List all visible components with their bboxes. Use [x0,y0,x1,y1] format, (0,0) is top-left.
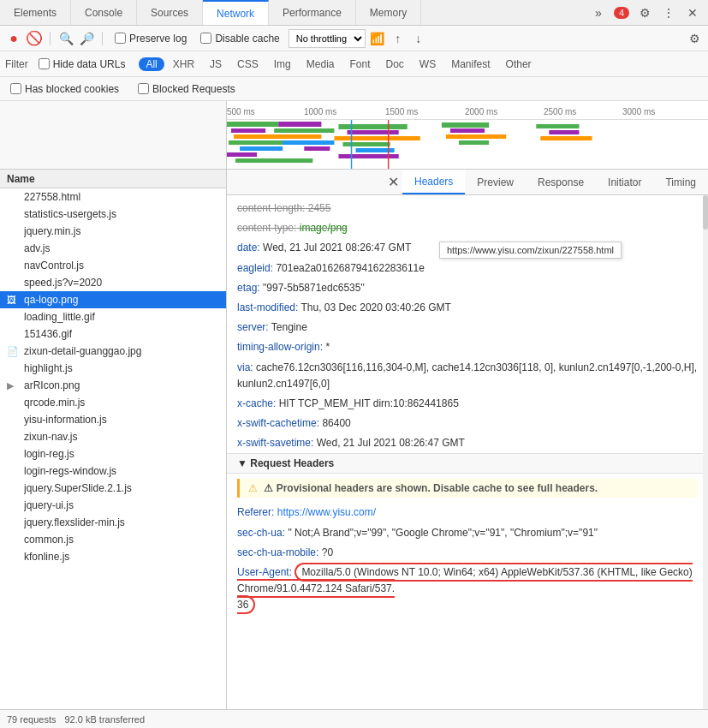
file-item[interactable]: zixun-nav.js [0,428,226,445]
filter-tag-other[interactable]: Other [499,57,538,71]
request-headers-section[interactable]: ▼ Request Headers [227,453,708,474]
file-item[interactable]: ▶arRIcon.png [0,377,226,394]
file-name-label: zixun-detail-guanggao.jpg [24,345,141,357]
network-settings-button[interactable]: ⚙ [686,30,703,47]
detail-scrollbar-track[interactable] [703,195,708,709]
filter-tag-js[interactable]: JS [203,57,229,71]
file-item[interactable]: 227558.html [0,188,226,206]
export-button[interactable]: ↓ [410,30,427,47]
file-item[interactable]: login-regs-window.js [0,462,226,480]
blocked-requests-checkbox[interactable] [138,83,149,94]
has-blocked-cookies-checkbox[interactable] [10,83,21,94]
detail-scrollbar-thumb[interactable] [703,195,708,230]
import-button[interactable]: ↑ [390,30,407,47]
hide-data-urls-label[interactable]: Hide data URLs [33,58,131,70]
file-name-label: kfonline.js [24,551,69,563]
file-type-icon: 🖼 [7,295,19,305]
file-item[interactable]: 151436.gif [0,325,226,343]
svg-rect-6 [235,158,312,163]
file-item[interactable]: loading_little.gif [0,308,226,325]
file-name-label: yisu-information.js [24,414,107,426]
file-item[interactable]: yisu-information.js [0,411,226,428]
tab-network[interactable]: Network [203,0,269,25]
detail-tab-response[interactable]: Response [526,170,596,194]
file-item[interactable]: 📄zixun-detail-guanggao.jpg [0,343,226,360]
disable-cache-checkbox[interactable] [200,33,211,44]
mark-2000: 2000 ms [465,107,497,116]
header-last-modified: last-modified: Thu, 03 Dec 2020 03:40:26… [227,298,708,318]
timeline-right: 500 ms 1000 ms 1500 ms 2000 ms 2500 ms 3… [227,101,708,169]
file-item[interactable]: login-reg.js [0,445,226,462]
filter-button[interactable]: 🔍 [57,30,74,47]
tab-console[interactable]: Console [71,0,137,25]
detail-tab-timing[interactable]: Timing [653,170,708,194]
detail-close-button[interactable]: ✕ [385,174,402,191]
filter-tag-img[interactable]: Img [267,57,298,71]
file-item[interactable]: 🖼qa-logo.png [0,291,226,308]
has-blocked-cookies-label[interactable]: Has blocked cookies [5,83,124,95]
file-item[interactable]: jquery.SuperSlide.2.1.js [0,480,226,497]
filter-tag-ws[interactable]: WS [413,57,443,71]
hide-data-urls-checkbox[interactable] [39,58,50,69]
filter-tag-doc[interactable]: Doc [379,57,411,71]
file-item[interactable]: highlight.js [0,360,226,377]
stop-button[interactable]: 🚫 [26,30,43,47]
detail-tab-initiator[interactable]: Initiator [596,170,653,194]
filter-tag-all[interactable]: All [139,57,164,71]
tab-performance[interactable]: Performance [269,0,356,25]
req-header-sec-ch-ua: sec-ch-ua: " Not;A Brand";v="99", "Googl… [227,523,708,543]
online-icon[interactable]: 📶 [369,30,386,47]
throttle-select[interactable]: No throttling [289,29,366,48]
file-item[interactable]: jquery-ui.js [0,497,226,514]
filter-tag-xhr[interactable]: XHR [166,57,201,71]
file-item[interactable]: speed.js?v=2020 [0,274,226,291]
file-item[interactable]: adv.js [0,240,226,257]
blocked-requests-label[interactable]: Blocked Requests [133,83,241,95]
file-item[interactable]: common.js [0,531,226,548]
preserve-log-label[interactable]: Preserve log [110,33,192,45]
detail-tab-headers[interactable]: Headers [402,170,465,194]
file-name-label: qrcode.min.js [24,397,85,409]
file-item[interactable]: jquery.min.js [0,223,226,240]
search-button[interactable]: 🔎 [78,30,95,47]
overflow-menu-button[interactable]: » [590,4,607,21]
file-item[interactable]: jquery.flexslider-min.js [0,514,226,531]
filter-tag-font[interactable]: Font [342,57,377,71]
header-x-cache: x-cache: HIT TCP_MEM_HIT dirn:10:8624418… [227,394,708,414]
filter-tag-manifest[interactable]: Manifest [444,57,497,71]
file-item[interactable]: statistics-usergets.js [0,206,226,223]
separator-2 [102,32,103,45]
file-name-label: qa-logo.png [24,294,78,306]
detail-tab-preview[interactable]: Preview [465,170,526,194]
svg-rect-18 [442,122,489,128]
error-badge: 4 [614,7,629,19]
devtools-more-button[interactable]: ⋮ [660,4,677,21]
file-name-label: login-regs-window.js [24,465,116,477]
file-item[interactable]: qrcode.min.js [0,394,226,411]
file-name-label: zixun-nav.js [24,431,77,443]
file-item[interactable]: navControl.js [0,257,226,274]
svg-rect-15 [342,142,390,146]
devtools-settings-button[interactable]: ⚙ [636,4,653,21]
svg-rect-12 [338,124,407,129]
svg-rect-13 [348,130,399,134]
svg-rect-17 [338,154,398,158]
mark-1000: 1000 ms [304,107,336,116]
header-etag: etag: "997-5b5871edc6535" [227,278,708,298]
disable-cache-label[interactable]: Disable cache [195,33,284,45]
filter-tag-media[interactable]: Media [300,57,342,71]
svg-rect-7 [278,122,321,127]
tab-elements[interactable]: Elements [0,0,71,25]
preserve-log-checkbox[interactable] [115,33,126,44]
devtools-close-button[interactable]: ✕ [684,4,701,21]
filter-tag-css[interactable]: CSS [230,57,265,71]
mark-2500: 2500 ms [544,107,576,116]
file-item[interactable]: kfonline.js [0,548,226,565]
tab-memory[interactable]: Memory [356,0,421,25]
file-name-label: adv.js [24,242,50,254]
tab-sources[interactable]: Sources [137,0,203,25]
record-button[interactable]: ● [5,30,22,47]
filter-row: Filter Hide data URLs All XHR JS CSS Img… [0,51,708,77]
svg-rect-21 [459,140,489,145]
filter-tags: All XHR JS CSS Img Media Font Doc WS Man… [139,57,538,71]
